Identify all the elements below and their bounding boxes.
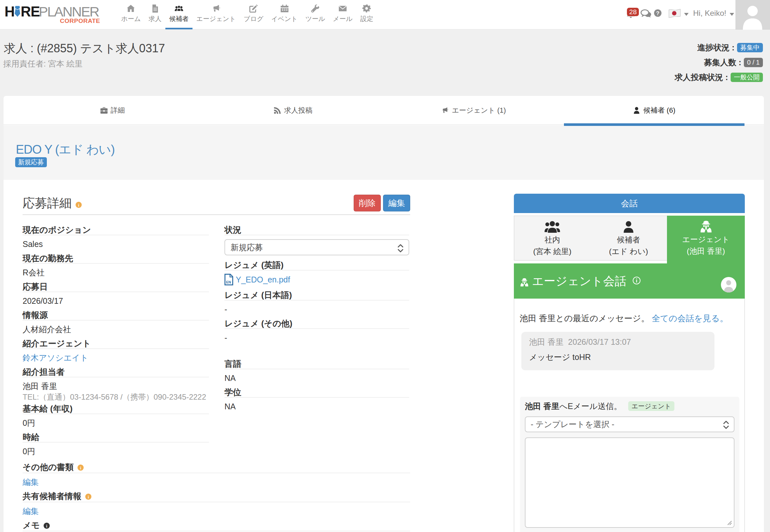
svg-text:i: i — [78, 203, 79, 208]
svg-text:CORPORATE: CORPORATE — [60, 17, 100, 24]
svg-text:i: i — [46, 524, 47, 528]
svg-text:PLANNER: PLANNER — [39, 4, 99, 19]
svg-text:i: i — [80, 465, 81, 470]
svg-text:?: ? — [656, 10, 659, 16]
svg-text:H: H — [5, 4, 15, 19]
svg-text:i: i — [88, 495, 89, 499]
svg-text:EN: EN — [226, 280, 231, 284]
svg-text:RE: RE — [21, 4, 40, 19]
